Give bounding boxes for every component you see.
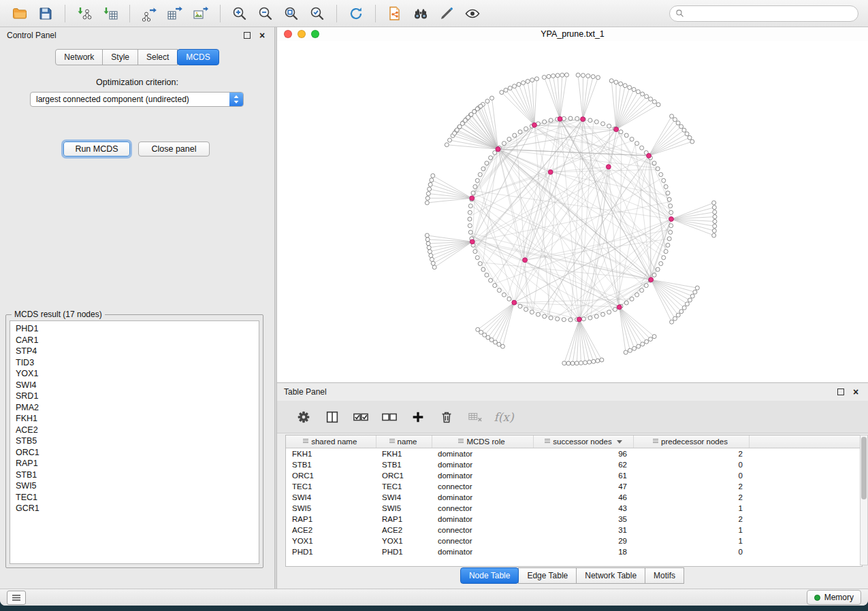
network-node[interactable] [583,361,588,365]
network-node[interactable] [645,95,649,99]
close-table-panel-icon[interactable]: × [850,386,861,397]
network-node[interactable] [676,313,680,317]
network-node[interactable] [669,230,673,234]
network-hub-node[interactable] [617,305,622,310]
network-node[interactable] [695,286,699,290]
network-hub-node[interactable] [532,122,537,127]
network-node[interactable] [607,124,611,128]
network-node[interactable] [624,350,628,354]
network-node[interactable] [670,320,674,324]
network-node[interactable] [664,250,668,254]
network-node[interactable] [497,288,501,293]
network-node[interactable] [679,125,684,129]
criterion-dropdown[interactable]: largest connected component (undirected) [30,92,244,107]
network-node[interactable] [652,161,656,165]
network-node[interactable] [682,306,686,310]
network-node[interactable] [543,120,547,124]
tab-edge-table[interactable]: Edge Table [518,567,577,584]
network-node[interactable] [500,344,504,348]
network-node[interactable] [493,340,497,344]
network-hub-node[interactable] [606,165,611,169]
network-node[interactable] [641,342,645,346]
network-node[interactable] [601,122,605,126]
mcds-result-item[interactable]: CAR1 [10,335,259,346]
network-node[interactable] [543,314,547,318]
network-node[interactable] [690,294,694,298]
network-node[interactable] [592,359,596,363]
table-row[interactable]: SWI4SWI4dominator462 [286,492,862,503]
network-node[interactable] [594,120,598,124]
network-node[interactable] [475,256,479,260]
network-node[interactable] [712,229,716,233]
import-network-button[interactable] [74,3,95,24]
network-node[interactable] [594,314,598,318]
network-node[interactable] [432,265,436,269]
network-node[interactable] [648,337,652,341]
network-node[interactable] [551,74,556,78]
network-node[interactable] [547,74,551,78]
network-node[interactable] [641,92,645,96]
network-hub-node[interactable] [614,127,619,132]
mcds-result-item[interactable]: SRD1 [10,391,259,402]
network-canvas[interactable] [277,41,868,383]
network-node[interactable] [667,197,671,201]
network-node[interactable] [619,130,623,134]
network-node[interactable] [635,293,639,297]
network-node[interactable] [713,224,717,228]
network-node[interactable] [586,74,590,78]
network-node[interactable] [566,361,570,365]
network-node[interactable] [425,201,429,205]
network-node[interactable] [623,84,627,88]
network-node[interactable] [490,96,494,100]
network-hub-node[interactable] [581,117,585,122]
network-node[interactable] [426,192,430,196]
network-node[interactable] [640,146,644,150]
table-row[interactable]: TEC1TEC1connector472 [286,481,862,492]
export-network-button[interactable] [138,3,160,24]
network-node[interactable] [713,210,717,214]
network-node[interactable] [445,143,449,147]
deselect-all-rows-button[interactable] [379,406,400,428]
network-hub-node[interactable] [647,153,652,158]
network-node[interactable] [568,116,573,120]
column-header-successor-nodes[interactable]: successor nodes [533,435,633,448]
mcds-result-item[interactable]: SWI5 [10,480,259,492]
task-history-button[interactable] [7,591,26,605]
network-node[interactable] [609,79,613,83]
export-image-button[interactable] [190,3,212,24]
mcds-result-item[interactable]: STP4 [10,346,259,357]
network-node[interactable] [428,250,432,254]
delete-table-button[interactable] [464,406,486,428]
network-node[interactable] [507,297,511,301]
network-node[interactable] [645,340,649,344]
network-node[interactable] [478,173,482,177]
table-row[interactable]: PHD1PHD1dominator180 [286,546,862,557]
delete-column-button[interactable] [436,406,457,428]
network-node[interactable] [513,84,517,88]
network-node[interactable] [497,342,501,346]
table-scrollbar[interactable] [860,435,868,565]
close-panel-icon[interactable]: × [257,30,268,41]
network-node[interactable] [644,284,648,288]
network-hub-node[interactable] [470,240,475,244]
apply-layout-button[interactable] [345,3,367,24]
network-node[interactable] [473,250,477,254]
network-node[interactable] [542,76,546,80]
table-row[interactable]: SWI5SWI5connector431 [286,503,862,514]
mcds-result-item[interactable]: YOX1 [10,368,259,380]
network-node[interactable] [471,191,475,195]
network-node[interactable] [536,312,540,316]
network-node[interactable] [530,78,534,82]
open-session-button[interactable] [9,3,31,24]
network-hub-node[interactable] [523,258,528,263]
network-node[interactable] [521,81,526,85]
network-node[interactable] [524,308,528,312]
network-node[interactable] [502,142,506,146]
network-node[interactable] [712,205,716,210]
network-node[interactable] [427,246,431,250]
mcds-result-item[interactable]: TEC1 [10,492,259,503]
network-node[interactable] [614,80,618,84]
mcds-result-item[interactable]: GCR1 [10,503,259,514]
network-node[interactable] [478,261,482,265]
network-node[interactable] [562,318,566,322]
